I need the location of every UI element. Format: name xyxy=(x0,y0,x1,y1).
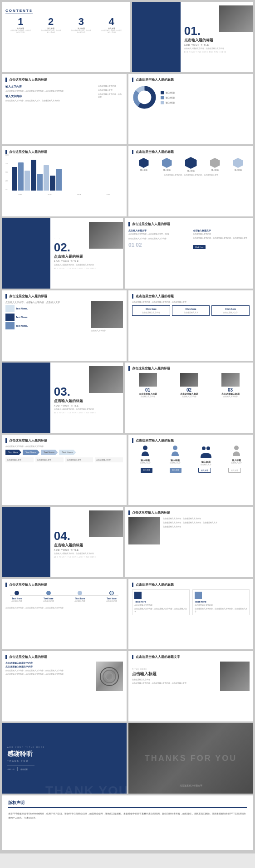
slide3-t2: 输入文字内容 xyxy=(5,94,94,98)
slide20-title: 点击这里空输入人题的标题文字 xyxy=(136,655,250,659)
slide21-main: 感谢聆听 xyxy=(7,750,121,758)
slide-17: 点击这里空输入人题的标题 Text here 点击输入内容 Text here … xyxy=(2,579,127,649)
slide10-box1: Click here xyxy=(134,308,168,310)
copyright-body: 本套PPT模板来自于SlideModel网站，仅用于学习交流。请勿用于任何商业活… xyxy=(8,812,247,820)
slide-4: 点击这里空输入人题的标题 输入标题 xyxy=(128,74,253,144)
slide15-heading: 点击输入题的标题 xyxy=(54,543,119,548)
slide21-add: ADD YOUR TITLE HERE xyxy=(7,746,121,748)
svg-point-8 xyxy=(234,446,239,450)
row-12: 版权声明 本套PPT模板来自于SlideModel网站，仅用于学习交流。请勿用于… xyxy=(2,795,253,850)
slide5-title: 点击这里空输入人题的标题 xyxy=(9,150,123,154)
row-8: · · · 04. 点击输入题的标题 ADD YOUR TITLE 点击输入人题… xyxy=(2,507,253,577)
svg-point-11 xyxy=(106,673,113,680)
slide12-desc2: 点击输入文字内容 xyxy=(170,395,208,397)
slide-14: 点击这里空输入人题的标题 输入标题 点击输入文字 xyxy=(128,435,253,505)
slide7-heading: 点击输入题的标题 xyxy=(54,254,119,259)
slide11-subtitle: ADD YOUR TITLE xyxy=(54,404,119,407)
slide13-title: 点击这里空输入人题的标题 xyxy=(9,438,123,443)
slide19-title: 点击这里空输入人题的标题 xyxy=(9,655,123,659)
desc-3: 点击这里输入文字内容，点击这里输入文字内容 xyxy=(71,29,91,33)
donut-label-3: 输入标题 xyxy=(166,101,175,104)
slide18-desc2: 点击这里输入文字内容 xyxy=(195,604,248,607)
slide11-heading: 点击输入题的标题 xyxy=(54,398,119,403)
slide16-extra: 点击这里输入文字内容 xyxy=(163,525,250,528)
tl-desc2: 点击输入内容 xyxy=(37,600,60,602)
slide-9: 点击这里空输入人题的标题 点击输入文字内容，点击输入文字内容，点击输入文字 Te… xyxy=(2,290,127,361)
slide12-desc1: 点击输入文字内容 xyxy=(128,395,167,397)
slide20-desc: 点击这里输入文字内容 xyxy=(132,678,217,681)
slide18-card1: Text here xyxy=(134,600,187,603)
slide-18: 点击这里空输入人题的标题 Text here 点击这里输入文字内容 点击这里输入… xyxy=(128,579,253,649)
slide7-footer: ADD YOUR TITLE HERE AND TITLE HERE xyxy=(54,268,119,270)
slide-5: 点击这里空输入人题的标题 100% 75% 50% 25% 0% xyxy=(2,146,127,216)
slide10-title: 点击这里空输入人题的标题 xyxy=(136,294,250,299)
slide-11: · · · 03. 点击输入题的标题 ADD YOUR TITLE 点击输入人题… xyxy=(2,363,123,433)
slide-10: 点击这里空输入人题的标题 点击这里输入文字内容，点击这里输入文字内容，点击这里输… xyxy=(128,290,253,361)
slide14-desc1: 点击输入文字 xyxy=(140,461,151,464)
thanks-sub-text: 点击这里输入标题文字 xyxy=(128,784,253,787)
slide-8: 点击这里空输入人题的标题 点击输入标题文字 点击这里输入文字内容，点击这里输入文… xyxy=(125,218,253,289)
row-2: 点击这里空输入人题的标题 输入文字内容 点击这里输入文字内容，点击这里输入文字内… xyxy=(2,74,253,144)
slide15-footer: ADD YOUR TITLE HERE AND TITLE HERE xyxy=(54,556,119,558)
tl-desc1: 点击输入内容 xyxy=(5,600,28,602)
slide13-step2: Text Name. xyxy=(25,451,37,454)
tl-desc3: 点击输入内容 xyxy=(69,600,91,602)
slide2-subtitle: ADD YOUR TITLE xyxy=(184,44,250,46)
slide3-body: 点击这里输入文字内容，点击这里输入文字内容，点击这里输入文字内容 xyxy=(5,90,94,93)
slide-2: · · · 01. 点击输入题的标题 ADD YOUR TITLE 点击输入人题… xyxy=(132,2,253,72)
num-3: 3 xyxy=(71,16,91,27)
slide7-subtitle: ADD YOUR TITLE xyxy=(54,260,119,263)
slide-20: 点击这里空输入人题的标题文字 TITLE HERE 点击输入标题 点击这里输入文… xyxy=(128,651,253,721)
slide15-subtitle: ADD YOUR TITLE xyxy=(54,549,119,551)
hex-item-3: 输入标题 xyxy=(187,170,195,172)
row-7: 点击这里空输入人题的标题 点击这里输入文字内容，点击这里输入文字内容 Text … xyxy=(2,435,253,505)
row-4: · · · 02. 点击输入题的标题 ADD YOUR TITLE 点击输入人题… xyxy=(2,218,253,289)
donut-label-1: 输入标题 xyxy=(166,91,175,94)
slide10-box3: Click here xyxy=(214,308,247,310)
thanks-watermark-text: THANKS FOR YOU xyxy=(145,754,237,764)
slide8-c2t: 点击输入标题文字 xyxy=(193,229,250,232)
svg-point-6 xyxy=(202,446,206,450)
hex-item-5: 输入标题 xyxy=(235,169,242,171)
svg-point-4 xyxy=(143,446,147,450)
slide13-step3: Text Name. xyxy=(44,451,55,454)
slides-container: CONTENTS 1 第入标题 点击这里输入文字内容，点击这里输入文字内容 2 … xyxy=(0,0,255,853)
slide15-desc: 点击输入人题的文字内容，点击这里输入文字内容 xyxy=(54,552,119,555)
desc-1: 点击这里输入文字内容，点击这里输入文字内容 xyxy=(10,29,31,33)
slide8-c1t: 点击输入标题文字 xyxy=(128,229,185,232)
slide-6: 点击这里空输入人题的标题 输入标题 输入标题 输入标题 输入标题 xyxy=(128,146,253,216)
slide11-desc: 点击输入人题的文字内容，点击这里输入文字内容 xyxy=(54,408,119,411)
slide20-label: 点击输入标题 xyxy=(132,671,217,677)
slide2-footer: ADD YOUR TITLE HERE AND TITLE HERE xyxy=(184,51,250,53)
svg-point-7 xyxy=(206,446,210,450)
slide-22: THANKS FOR YOU 点击这里输入标题文字 xyxy=(128,723,253,794)
slide9-body: 点击输入文字内容 xyxy=(91,329,123,332)
slide-21: THANK YOU ADD YOUR TITLE HERE 感谢聆听 THANK… xyxy=(2,723,127,794)
row-6: · · · 03. 点击输入题的标题 ADD YOUR TITLE 点击输入人题… xyxy=(2,363,253,433)
num-4: 4 xyxy=(101,16,122,27)
slide13-step1: Text Here. xyxy=(8,451,19,454)
copyright-title: 版权声明 xyxy=(8,800,25,806)
row-11: THANK YOU ADD YOUR TITLE HERE 感谢聆听 THANK… xyxy=(2,723,253,794)
slide3-title: 点击这里空输入人题的标题 xyxy=(9,78,123,82)
row-5: 点击这里空输入人题的标题 点击输入文字内容，点击输入文字内容，点击输入文字 Te… xyxy=(2,290,253,361)
row-3: 点击这里空输入人题的标题 100% 75% 50% 25% 0% xyxy=(2,146,253,216)
num-1: 1 xyxy=(10,16,31,27)
slide8-c1txt: 点击这里输入文字内容，点击这里输入文字，01 02 xyxy=(128,233,185,235)
num-2: 2 xyxy=(41,16,61,27)
slide-12: 点击这里空输入人题的标题 01 点击这里输入标题 点击输入文字内容 02 点击这… xyxy=(125,363,253,433)
person-icon-2 xyxy=(171,445,180,456)
row-9: 点击这里空输入人题的标题 Text here 点击输入内容 Text here … xyxy=(2,579,253,649)
slide6-title: 点击这里空输入人题的标题 xyxy=(136,150,250,154)
row-10: 点击这里空输入人题的标题 点击这里输入标题文字内容 点击这里输入标题文字内容 点… xyxy=(2,651,253,721)
slide-23: 版权声明 本套PPT模板来自于SlideModel网站，仅用于学习交流。请勿用于… xyxy=(2,795,253,850)
slide2-heading: 点击输入题的标题 xyxy=(184,38,250,43)
slide18-title: 点击这里空输入人题的标题 xyxy=(136,583,250,587)
slide11-footer: ADD YOUR TITLE HERE AND TITLE HERE xyxy=(54,412,119,414)
slide19-body: 点击这里输入文字内容，点击这里输入文字内容，点击这里输入文字内容 xyxy=(5,669,93,672)
bar-label-2: 2018 xyxy=(48,193,52,196)
slide14-desc3: 点击输入文字 xyxy=(200,463,212,466)
slide7-desc: 点击输入人题的文字内容，点击这里输入文字内容 xyxy=(54,264,119,266)
bar-label-1: 2017 xyxy=(18,193,22,196)
slide17-title: 点击这里空输入人题的标题 xyxy=(9,583,123,587)
